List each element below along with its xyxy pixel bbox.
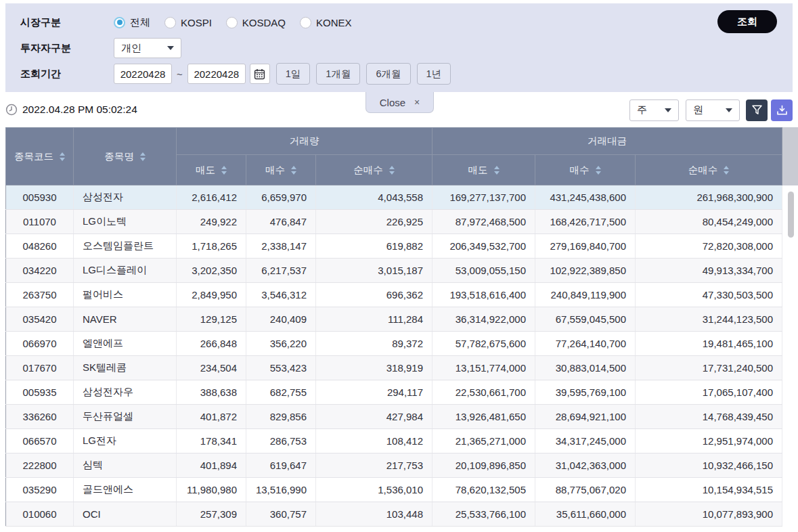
- volume-net-cell: 619,882: [316, 234, 433, 259]
- radio-option-konex[interactable]: KONEX: [300, 17, 352, 28]
- volume-net-cell: 111,284: [316, 307, 433, 332]
- chevron-down-icon: [726, 108, 732, 112]
- radio-label: KONEX: [316, 17, 352, 28]
- radio-icon: [300, 17, 311, 28]
- currency-unit-select[interactable]: 원: [686, 99, 740, 121]
- col-header-stock-name[interactable]: 종목명: [74, 128, 177, 185]
- stock-name-cell: 삼성전자: [74, 185, 177, 210]
- value-sell-cell: 57,782,675,600: [433, 332, 535, 356]
- table-row[interactable]: 048260오스템임플란트1,718,2652,338,147619,88220…: [6, 234, 782, 259]
- value-sell-cell: 36,314,922,000: [433, 307, 535, 332]
- date-to-input[interactable]: [187, 64, 246, 84]
- table-row[interactable]: 011070LG이노텍249,922476,847226,92587,972,4…: [6, 210, 782, 234]
- timestamp: 2022.04.28 PM 05:02:24: [5, 104, 137, 116]
- stocks-table: 종목코드 종목명 거래량 거래대금 매도 매수 순매수 매도 매수 순매수 00…: [5, 127, 782, 527]
- table-row[interactable]: 066970엘앤에프266,848356,22089,37257,782,675…: [6, 332, 782, 356]
- radio-selected-icon: [114, 17, 125, 28]
- table-row[interactable]: 005935삼성전자우388,638682,755294,11722,530,6…: [6, 380, 782, 405]
- volume-sell-cell: 249,922: [177, 210, 246, 234]
- search-button[interactable]: 조회: [717, 10, 777, 33]
- volume-sell-cell: 257,309: [177, 502, 246, 527]
- col-header-value-sell[interactable]: 매도: [433, 155, 535, 185]
- table-row[interactable]: 222800심텍401,894619,647217,75320,109,896,…: [6, 453, 782, 478]
- value-buy-cell: 67,559,045,500: [535, 307, 636, 332]
- stock-code-cell: 222800: [6, 453, 74, 478]
- radio-icon: [164, 17, 176, 28]
- sort-icon: [221, 166, 227, 175]
- quick-period-1year-button[interactable]: 1년: [417, 63, 451, 85]
- volume-buy-cell: 476,847: [246, 210, 316, 234]
- stock-name-cell: 삼성전자우: [74, 380, 177, 405]
- value-sell-cell: 169,277,137,700: [433, 185, 535, 210]
- investor-select[interactable]: 개인: [114, 38, 181, 58]
- value-net-cell: 10,932,466,150: [636, 453, 782, 478]
- stock-name-cell: 심텍: [74, 453, 177, 478]
- value-buy-cell: 30,883,014,500: [535, 356, 636, 380]
- value-sell-cell: 25,533,766,100: [433, 502, 535, 527]
- table-row[interactable]: 035290골드앤에스11,980,98013,516,9901,536,010…: [6, 478, 782, 502]
- radio-label: 전체: [130, 16, 150, 29]
- data-table-region: 종목코드 종목명 거래량 거래대금 매도 매수 순매수 매도 매수 순매수 00…: [5, 127, 798, 527]
- calendar-button[interactable]: [250, 64, 270, 84]
- stock-name-cell: 엘앤에프: [74, 332, 177, 356]
- stock-code-cell: 336260: [6, 405, 74, 429]
- download-button[interactable]: [771, 99, 793, 121]
- table-row[interactable]: 005930삼성전자2,616,4126,659,9704,043,558169…: [6, 185, 782, 210]
- col-header-stock-code[interactable]: 종목코드: [6, 128, 74, 185]
- radio-option-kosdaq[interactable]: KOSDAQ: [226, 17, 286, 28]
- stock-name-cell: LG전자: [74, 429, 177, 453]
- value-sell-cell: 20,109,896,850: [433, 453, 535, 478]
- sort-icon: [596, 166, 601, 175]
- date-from-input[interactable]: [114, 64, 172, 84]
- scrollbar-thumb[interactable]: [788, 192, 794, 238]
- stock-code-cell: 263750: [6, 283, 74, 307]
- col-header-value-buy[interactable]: 매수: [535, 155, 636, 185]
- table-row[interactable]: 263750펄어비스2,849,9503,546,312696,362193,5…: [6, 283, 782, 307]
- period-unit-select[interactable]: 주: [629, 99, 679, 121]
- value-net-cell: 261,968,300,900: [636, 185, 782, 210]
- period-unit-value: 주: [637, 104, 647, 116]
- stock-name-cell: 두산퓨얼셀: [74, 405, 177, 429]
- volume-net-cell: 89,372: [316, 332, 433, 356]
- stock-name-cell: LG디스플레이: [74, 259, 177, 283]
- col-header-volume-net[interactable]: 순매수: [316, 155, 433, 185]
- volume-sell-cell: 3,202,350: [177, 259, 246, 283]
- value-net-cell: 10,154,934,515: [636, 478, 782, 502]
- table-row[interactable]: 066570LG전자178,341286,753108,41221,365,27…: [6, 429, 782, 453]
- table-row[interactable]: 017670SK텔레콤234,504553,423318,91913,151,7…: [6, 356, 782, 380]
- scrollbar[interactable]: [782, 127, 798, 527]
- quick-period-1month-button[interactable]: 1개월: [316, 63, 360, 85]
- value-net-cell: 72,820,308,000: [636, 234, 782, 259]
- table-row[interactable]: 035420NAVER129,125240,409111,28436,314,9…: [6, 307, 782, 332]
- value-net-cell: 12,951,974,000: [636, 429, 782, 453]
- volume-net-cell: 226,925: [316, 210, 433, 234]
- table-row[interactable]: 034220LG디스플레이3,202,3506,217,5373,015,187…: [6, 259, 782, 283]
- table-row[interactable]: 336260두산퓨얼셀401,872829,856427,98413,926,4…: [6, 405, 782, 429]
- volume-buy-cell: 2,338,147: [246, 234, 316, 259]
- chevron-down-icon: [665, 108, 671, 112]
- volume-net-cell: 696,362: [316, 283, 433, 307]
- quick-period-6month-button[interactable]: 6개월: [366, 63, 410, 85]
- stock-code-cell: 011070: [6, 210, 74, 234]
- col-header-volume-sell[interactable]: 매도: [177, 155, 246, 185]
- value-sell-cell: 193,518,616,400: [433, 283, 535, 307]
- col-header-value-net[interactable]: 순매수: [636, 155, 782, 185]
- stock-code-cell: 066970: [6, 332, 74, 356]
- quick-period-1day-button[interactable]: 1일: [276, 63, 311, 85]
- filter-panel: 시장구분 전체 KOSPI KOSDAQ KONEX 투자자구분 개인: [5, 3, 793, 92]
- radio-option-all[interactable]: 전체: [114, 16, 150, 29]
- value-net-cell: 19,481,465,100: [636, 332, 782, 356]
- filter-button[interactable]: [746, 99, 768, 121]
- col-header-volume-buy[interactable]: 매수: [246, 155, 316, 185]
- volume-buy-cell: 356,220: [246, 332, 316, 356]
- radio-option-kospi[interactable]: KOSPI: [164, 17, 212, 28]
- table-row[interactable]: 010060OCI257,309360,757103,44825,533,766…: [6, 502, 782, 527]
- stock-name-cell: 오스템임플란트: [74, 234, 177, 259]
- value-net-cell: 80,454,249,000: [636, 210, 782, 234]
- col-group-value: 거래대금: [433, 128, 782, 155]
- volume-sell-cell: 401,894: [177, 453, 246, 478]
- stock-name-cell: NAVER: [74, 307, 177, 332]
- investor-type-label: 투자자구분: [20, 42, 71, 55]
- volume-sell-cell: 266,848: [177, 332, 246, 356]
- volume-net-cell: 103,448: [316, 502, 433, 527]
